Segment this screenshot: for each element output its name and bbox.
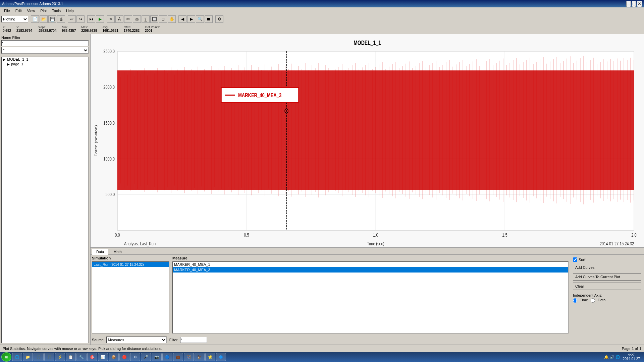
source-combo[interactable]: Measures [106, 337, 167, 343]
taskbar-ie[interactable]: 🌐 [12, 353, 22, 361]
measure-button[interactable]: ⚖ [133, 15, 141, 23]
data-radio[interactable] [591, 298, 595, 303]
menu-edit[interactable]: Edit [13, 8, 24, 13]
surf-row: Surf [573, 257, 641, 262]
avg-value: 1691.0621 [102, 29, 118, 33]
undo-button[interactable]: ↩ [68, 15, 76, 23]
menu-help[interactable]: Help [63, 8, 76, 13]
mode-selector[interactable]: Plotting [1, 16, 28, 22]
window-controls: ─ □ ✕ [626, 1, 642, 7]
new-button[interactable]: 📄 [31, 15, 39, 23]
plot-svg: MODEL_1_1 25 [91, 34, 644, 247]
slope-value: -39228.9704 [38, 29, 56, 33]
taskbar-app11[interactable]: 🔵 [162, 353, 172, 361]
source-filter-row: Source Measures Filter [91, 335, 644, 345]
tree-expand-icon: ▶ [3, 58, 6, 61]
stop-button[interactable]: ⏹ [205, 15, 213, 23]
measure-list[interactable]: MARKER_40_MEA_1 MARKER_40_MEA_3 [172, 261, 569, 334]
open-button[interactable]: 📂 [40, 15, 48, 23]
taskbar-app6[interactable]: 📦 [109, 353, 119, 361]
scale-button[interactable]: ⊡ [159, 15, 167, 23]
simulation-list[interactable]: Last_Run (2014-01-27 15:24:32) [92, 261, 169, 334]
taskbar-app4[interactable]: 🎯 [87, 353, 97, 361]
taskbar-app7[interactable]: 🔴 [119, 353, 129, 361]
status-text: Plot Statistics. Navigate curves with mo… [3, 347, 162, 351]
independent-axis-label: Independent Axis: [573, 293, 641, 297]
first-frame-button[interactable]: ⏮ [87, 15, 95, 23]
tree-item-page[interactable]: ▶ page_1 [2, 62, 88, 66]
sim-item-name: Last_Run [94, 262, 109, 266]
taskbar-app2[interactable]: 📋 [66, 353, 76, 361]
filter-input[interactable] [180, 337, 207, 343]
measure-label: Measure [172, 256, 569, 260]
taskbar-clock: 9:27 [623, 353, 640, 357]
sim-item-date-val: (2014-01-27 15:24:32) [110, 263, 144, 266]
cursor-button[interactable]: ✕ [107, 15, 115, 23]
name-filter-area: Name Filter * [0, 34, 90, 55]
menu-file[interactable]: File [1, 8, 13, 13]
save-button[interactable]: 💾 [48, 15, 56, 23]
taskbar-icons: 🔔 🔊 🌐 [604, 355, 620, 359]
time-radio[interactable] [573, 298, 577, 303]
taskbar-app1[interactable]: ⚡ [55, 353, 65, 361]
menu-tools[interactable]: Tools [49, 8, 63, 13]
add-curves-to-current-button[interactable]: Add Curves To Current Plot [573, 273, 641, 281]
taskbar-app15[interactable]: 🌟 [205, 353, 215, 361]
max-label: Max: [81, 25, 88, 29]
play-button[interactable]: ▶ [96, 15, 104, 23]
source-label: Source [92, 338, 104, 342]
taskbar-time: 9:27 2014-01-27 [623, 353, 640, 361]
taskbar-app14[interactable]: 🦅 [195, 353, 205, 361]
taskbar-app8[interactable]: ⚙ [130, 353, 140, 361]
taskbar-app9[interactable]: 🎤 [141, 353, 151, 361]
text-button[interactable]: A [115, 15, 123, 23]
taskbar-app3[interactable]: 🔧 [76, 353, 87, 361]
menu-plot[interactable]: Plot [38, 8, 49, 13]
tab-data[interactable]: Data [92, 249, 108, 255]
pan-button[interactable]: ✋ [168, 15, 176, 23]
max-stat: Max: 2206.5639 [81, 25, 97, 33]
tree-item-model[interactable]: ▶ MODEL_1_1 [2, 57, 88, 62]
measure-item-3[interactable]: MARKER_40_MEA_3 [173, 267, 568, 273]
simulation-panel: Simulation Last_Run (2014-01-27 15:24:32… [91, 255, 171, 335]
start-button[interactable]: ⊞ [1, 352, 11, 362]
tab-math[interactable]: Math [109, 249, 126, 254]
menu-view[interactable]: View [24, 8, 38, 13]
print-button[interactable]: 🖨 [57, 15, 65, 23]
settings-button[interactable]: ⚙ [215, 15, 223, 23]
name-filter-combo[interactable]: * [1, 47, 89, 54]
clear-plot-button[interactable]: Clear [573, 283, 641, 290]
next-page-button[interactable]: ▶ [187, 15, 195, 23]
name-filter-input[interactable] [1, 40, 89, 46]
sim-item-last-run[interactable]: Last_Run (2014-01-27 15:24:32) [92, 262, 169, 267]
add-curves-button[interactable]: Add Curves [573, 264, 641, 271]
prev-page-button[interactable]: ◀ [178, 15, 186, 23]
rms-stat: RMS: 1740.2262 [124, 25, 140, 33]
maximize-button[interactable]: □ [632, 1, 636, 7]
redo-button[interactable]: ↪ [76, 15, 85, 23]
radio-row: Time Data [573, 298, 641, 303]
fft-button[interactable]: 🔲 [150, 15, 158, 23]
avg-label: Avg: [102, 25, 108, 29]
bottom-content: Simulation Last_Run (2014-01-27 15:24:32… [91, 255, 644, 335]
taskbar-app12[interactable]: 💼 [173, 353, 183, 361]
minimize-button[interactable]: ─ [626, 1, 631, 7]
taskbar-app13[interactable]: 🏹 [184, 353, 194, 361]
plot-area[interactable]: MODEL_1_1 25 [91, 34, 644, 247]
surf-checkbox[interactable] [573, 257, 577, 262]
taskbar-winamp[interactable]: 🎵 [44, 353, 54, 361]
measure-item-1[interactable]: MARKER_40_MEA_1 [173, 262, 568, 267]
close-button[interactable]: ✕ [637, 1, 642, 7]
taskbar-app16[interactable]: 🔷 [216, 353, 226, 361]
independent-axis-section: Independent Axis: Time Data [573, 293, 641, 303]
zoom-in-button[interactable]: 🔍 [196, 15, 204, 23]
taskbar-explorer[interactable]: 📁 [23, 353, 33, 361]
svg-text:2.0: 2.0 [631, 233, 636, 238]
taskbar-app5[interactable]: 📊 [98, 353, 108, 361]
svg-text:Analysis:  Last_Run: Analysis: Last_Run [124, 241, 156, 246]
crop-button[interactable]: ✂ [124, 15, 132, 23]
taskbar-app10[interactable]: 📷 [152, 353, 162, 361]
area-button[interactable]: ∑ [142, 15, 150, 23]
taskbar-media[interactable]: 🎵 [34, 353, 44, 361]
svg-text:Time (sec): Time (sec) [367, 241, 384, 246]
